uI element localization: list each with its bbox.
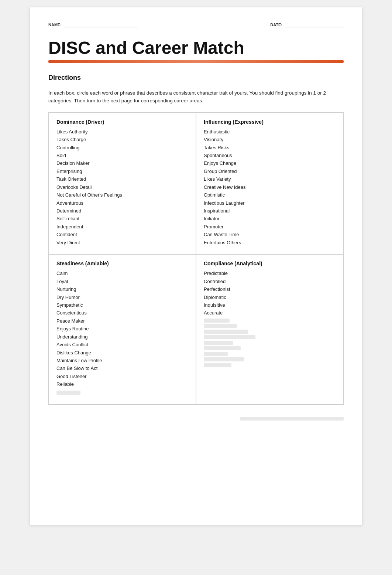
quadrant-grid: Dominance (Driver) Likes Authority Takes… bbox=[48, 112, 344, 405]
list-item: Entertains Others bbox=[204, 239, 336, 246]
list-item: Independent bbox=[56, 223, 188, 231]
list-item: Predictable bbox=[204, 269, 336, 277]
list-item: Likes Variety bbox=[204, 175, 336, 183]
compliance-title: Compliance (Analytical) bbox=[204, 261, 336, 266]
directions-section: Directions In each box, circle each word… bbox=[48, 74, 344, 105]
list-item: Controlled bbox=[204, 278, 336, 285]
list-item: Loyal bbox=[56, 278, 188, 285]
list-item: Reliable bbox=[56, 380, 188, 388]
list-item: Enthusiastic bbox=[204, 128, 336, 136]
list-item: Accurate bbox=[204, 309, 336, 317]
dominance-title: Dominance (Driver) bbox=[56, 119, 188, 125]
list-item: Initiator bbox=[204, 215, 336, 222]
date-input-line[interactable] bbox=[285, 22, 344, 27]
list-item: Peace Maker bbox=[56, 317, 188, 325]
page: NAME: DATE: DISC and Career Match Direct… bbox=[30, 7, 362, 525]
list-item: Understanding bbox=[56, 333, 188, 341]
quadrant-compliance: Compliance (Analytical) Predictable Cont… bbox=[196, 254, 343, 405]
date-label: DATE: bbox=[270, 23, 282, 27]
list-item: Infectious Laughter bbox=[204, 199, 336, 207]
list-item: Likes Authority bbox=[56, 128, 188, 136]
quadrant-dominance: Dominance (Driver) Likes Authority Takes… bbox=[49, 113, 196, 255]
list-item: Enjoys Change bbox=[204, 159, 336, 167]
compliance-blurred-items bbox=[204, 319, 336, 367]
steadiness-list: Calm Loyal Nurturing Dry Humor Sympathet… bbox=[56, 269, 188, 388]
footer-blurred bbox=[48, 416, 344, 423]
list-item: Enjoys Routine bbox=[56, 325, 188, 333]
page-title: DISC and Career Match bbox=[48, 38, 344, 58]
list-item: Decision Maker bbox=[56, 159, 188, 167]
list-item: Overlooks Detail bbox=[56, 183, 188, 191]
list-item: Takes Charge bbox=[56, 136, 188, 143]
steadiness-title: Steadiness (Amiable) bbox=[56, 261, 188, 266]
list-item: Inquisitive bbox=[204, 301, 336, 309]
steadiness-blurred bbox=[56, 390, 188, 397]
list-item: Diplomatic bbox=[204, 293, 336, 301]
list-item: Can Be Slow to Act bbox=[56, 364, 188, 372]
list-item: Inspirational bbox=[204, 207, 336, 215]
list-item: Determined bbox=[56, 207, 188, 215]
list-item: Sympathetic bbox=[56, 301, 188, 309]
dominance-list: Likes Authority Takes Charge Controlling… bbox=[56, 128, 188, 247]
list-item: Group Oriented bbox=[204, 167, 336, 175]
title-underline bbox=[48, 60, 344, 63]
list-item: Good Listener bbox=[56, 372, 188, 380]
list-item: Nurturing bbox=[56, 285, 188, 293]
list-item: Dry Humor bbox=[56, 293, 188, 301]
list-item: Enterprising bbox=[56, 167, 188, 175]
list-item: Visionary bbox=[204, 136, 336, 143]
name-label: NAME: bbox=[48, 23, 62, 27]
list-item: Task Oriented bbox=[56, 175, 188, 183]
influencing-title: Influencing (Expressive) bbox=[204, 119, 336, 125]
list-item: Calm bbox=[56, 269, 188, 277]
list-item: Confident bbox=[56, 231, 188, 238]
list-item: Adventurous bbox=[56, 199, 188, 207]
list-item: Creative New Ideas bbox=[204, 183, 336, 191]
quadrant-steadiness: Steadiness (Amiable) Calm Loyal Nurturin… bbox=[49, 254, 196, 405]
list-item: Dislikes Change bbox=[56, 349, 188, 357]
list-item: Takes Risks bbox=[204, 144, 336, 152]
list-item: Not Careful of Other's Feelings bbox=[56, 191, 188, 199]
list-item: Perfectionist bbox=[204, 285, 336, 293]
list-item: Can Waste Time bbox=[204, 231, 336, 238]
list-item: Self-reliant bbox=[56, 215, 188, 222]
list-item: Bold bbox=[56, 152, 188, 159]
influencing-list: Enthusiastic Visionary Takes Risks Spont… bbox=[204, 128, 336, 247]
list-item: Spontaneous bbox=[204, 152, 336, 159]
list-item: Avoids Conflict bbox=[56, 341, 188, 348]
name-input-line[interactable] bbox=[64, 22, 138, 27]
directions-heading: Directions bbox=[48, 74, 344, 84]
list-item: Conscientious bbox=[56, 309, 188, 317]
directions-text: In each box, circle each word or phrase … bbox=[48, 89, 344, 105]
name-field: NAME: bbox=[48, 22, 138, 27]
list-item: Promoter bbox=[204, 223, 336, 231]
list-item: Optimistic bbox=[204, 191, 336, 199]
quadrant-influencing: Influencing (Expressive) Enthusiastic Vi… bbox=[196, 113, 343, 255]
list-item: Maintains Low Profile bbox=[56, 357, 188, 364]
date-field: DATE: bbox=[270, 22, 344, 27]
header-fields: NAME: DATE: bbox=[48, 22, 344, 27]
list-item: Very Direct bbox=[56, 239, 188, 246]
compliance-list: Predictable Controlled Perfectionist Dip… bbox=[204, 269, 336, 317]
list-item: Controlling bbox=[56, 144, 188, 152]
